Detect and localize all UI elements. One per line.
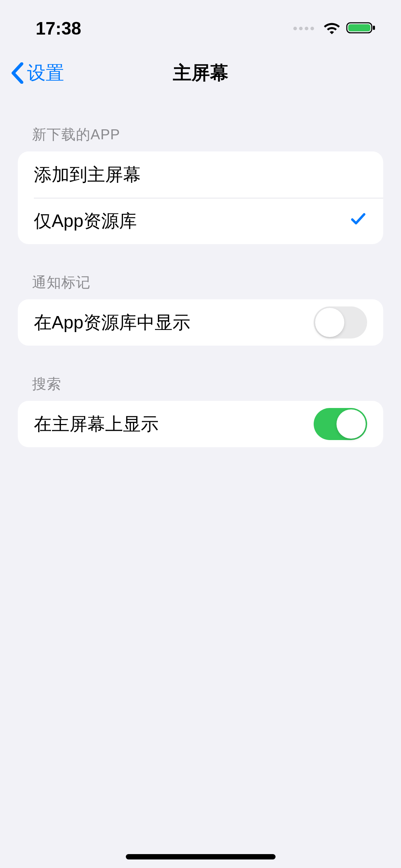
page-title: 主屏幕 [173,61,228,86]
toggle-knob [315,308,344,337]
svg-rect-2 [373,26,375,30]
wifi-icon [323,21,341,36]
search-group: 在主屏幕上显示 [18,401,383,447]
home-indicator[interactable] [126,854,276,859]
new-apps-group: 添加到主屏幕 仅App资源库 [18,151,383,244]
navigation-bar: 设置 主屏幕 [0,50,401,96]
badges-group: 在App资源库中显示 [18,299,383,346]
back-label: 设置 [27,61,64,86]
option-label: 仅App资源库 [34,209,137,233]
status-bar: 17:38 [0,0,401,50]
row-show-on-home: 在主屏幕上显示 [18,401,383,447]
back-button[interactable]: 设置 [11,61,64,86]
status-indicators [293,21,376,36]
row-show-in-app-library: 在App资源库中显示 [18,299,383,346]
section-header-new-apps: 新下载的APP [18,96,383,151]
row-label: 在主屏幕上显示 [34,412,159,436]
toggle-knob [336,409,366,439]
toggle-show-on-home[interactable] [314,408,367,440]
chevron-left-icon [11,62,24,84]
cellular-icon [293,27,314,30]
checkmark-icon [349,210,367,232]
option-label: 添加到主屏幕 [34,163,141,187]
option-add-to-home[interactable]: 添加到主屏幕 [18,151,383,198]
option-app-library-only[interactable]: 仅App资源库 [18,198,383,244]
row-label: 在App资源库中显示 [34,311,190,335]
section-header-badges: 通知标记 [18,244,383,299]
battery-icon [346,21,376,36]
section-header-search: 搜索 [18,346,383,401]
status-time: 17:38 [36,18,81,39]
toggle-show-in-app-library[interactable] [314,306,367,339]
svg-rect-1 [348,24,370,31]
